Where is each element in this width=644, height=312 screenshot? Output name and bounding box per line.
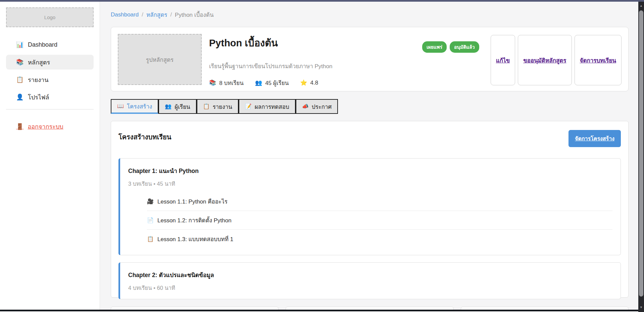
breadcrumb-courses[interactable]: หลักสูตร bbox=[146, 10, 167, 19]
chapter-title: Chapter 1: แนะนำ Python bbox=[128, 166, 612, 176]
tab-label: ผลการทดสอบ bbox=[255, 102, 289, 111]
status-badge-published: เผยแพร่ bbox=[422, 41, 447, 53]
clipboard-icon: 📋 bbox=[147, 236, 154, 242]
logout-label: ออกจากระบบ bbox=[28, 122, 63, 131]
movie-camera-icon: 🎥 bbox=[147, 199, 154, 204]
request-approval-button[interactable]: ขออนุมัติหลักสูตร bbox=[518, 35, 572, 85]
tab-reports[interactable]: 📋 รายงาน bbox=[197, 99, 239, 114]
tab-label: โครงสร้าง bbox=[127, 102, 152, 111]
status-badge-approved: อนุมัติแล้ว bbox=[450, 41, 479, 53]
sidebar-item-label: รายงาน bbox=[28, 75, 49, 85]
status-badges: เผยแพร่ อนุมัติแล้ว bbox=[422, 41, 479, 84]
person-icon: 👤 bbox=[16, 94, 23, 100]
stat-lessons: 📚 8 บทเรียน bbox=[209, 78, 244, 87]
chapter-meta: 4 บทเรียน • 60 นาที bbox=[128, 283, 612, 292]
structure-panel-header: โครงสร้างบทเรียน จัดการโครงสร้าง bbox=[118, 130, 621, 147]
sidebar-nav: 📊 Dashboard 📚 หลักสูตร 📋 รายงาน 👤 โปรไฟล… bbox=[0, 37, 100, 104]
people-icon: 👥 bbox=[255, 80, 262, 86]
sidebar-item-dashboard[interactable]: 📊 Dashboard bbox=[6, 37, 94, 52]
sidebar-item-reports[interactable]: 📋 รายงาน bbox=[6, 72, 94, 87]
bar-chart-icon: 📊 bbox=[16, 42, 23, 48]
tab-structure[interactable]: 📖 โครงสร้าง bbox=[111, 99, 158, 114]
tab-label: รายงาน bbox=[213, 102, 232, 111]
lesson-title: Lesson 1.3: แบบทดสอบบทที่ 1 bbox=[157, 234, 233, 243]
stat-students: 👥 45 ผู้เรียน bbox=[255, 78, 289, 87]
breadcrumb-separator: / bbox=[142, 11, 143, 18]
tab-students[interactable]: 👥 ผู้เรียน bbox=[158, 99, 196, 114]
stat-rating-label: 4.8 bbox=[310, 80, 318, 86]
sidebar-item-label: หลักสูตร bbox=[28, 57, 50, 67]
sidebar-item-courses[interactable]: 📚 หลักสูตร bbox=[6, 55, 94, 70]
course-info: Python เบื้องต้น เรียนรู้พื้นฐานการเขียน… bbox=[209, 34, 415, 84]
course-title: Python เบื้องต้น bbox=[209, 35, 415, 51]
chapter-title: Chapter 2: ตัวแปรและชนิดข้อมูล bbox=[128, 270, 612, 280]
chapter-card-2: Chapter 2: ตัวแปรและชนิดข้อมูล 4 บทเรียน… bbox=[118, 262, 621, 299]
books-icon: 📚 bbox=[16, 59, 23, 65]
course-image-placeholder: รูปหลักสูตร bbox=[118, 34, 202, 85]
breadcrumb-dashboard[interactable]: Dashboard bbox=[111, 11, 139, 18]
tab-test-results[interactable]: 📝 ผลการทดสอบ bbox=[239, 99, 296, 114]
sidebar-divider bbox=[6, 109, 94, 109]
lesson-list: 🎥 Lesson 1.1: Python คืออะไร 📄 Lesson 1.… bbox=[147, 192, 612, 248]
tab-bar: 📖 โครงสร้าง 👥 ผู้เรียน 📋 รายงาน 📝 ผลการท… bbox=[111, 99, 629, 114]
sidebar-item-label: โปรไฟล์ bbox=[28, 92, 49, 102]
manage-structure-button[interactable]: จัดการโครงสร้าง bbox=[568, 130, 621, 147]
breadcrumb-current: Python เบื้องต้น bbox=[175, 10, 213, 19]
breadcrumb: Dashboard / หลักสูตร / Python เบื้องต้น bbox=[111, 10, 629, 19]
logout-link[interactable]: 🚪 ออกจากระบบ bbox=[16, 122, 63, 131]
stat-students-label: 45 ผู้เรียน bbox=[265, 78, 289, 87]
megaphone-icon: 📣 bbox=[302, 104, 309, 109]
lesson-title: Lesson 1.1: Python คืออะไร bbox=[157, 197, 228, 206]
structure-heading: โครงสร้างบทเรียน bbox=[118, 132, 171, 142]
scroll-up-arrow[interactable]: ▲ bbox=[638, 3, 644, 8]
tab-label: ประกาศ bbox=[312, 102, 332, 111]
edit-course-button[interactable]: แก้ไข bbox=[491, 35, 515, 85]
tab-label: ผู้เรียน bbox=[175, 102, 190, 111]
manage-lessons-link[interactable]: จัดการบทเรียน bbox=[580, 56, 616, 65]
memo-icon: 📝 bbox=[245, 104, 252, 109]
scrollbar[interactable]: ▲ ▼ bbox=[638, 2, 644, 312]
logo-placeholder: Logo bbox=[6, 7, 94, 27]
clipboard-icon: 📋 bbox=[16, 77, 23, 83]
chapter-meta: 3 บทเรียน • 45 นาที bbox=[128, 179, 612, 188]
window-top-edge bbox=[0, 0, 644, 2]
stat-lessons-label: 8 บทเรียน bbox=[219, 78, 244, 87]
scroll-thumb[interactable] bbox=[639, 10, 643, 297]
tab-announcements[interactable]: 📣 ประกาศ bbox=[296, 99, 338, 114]
chapter-card-1: Chapter 1: แนะนำ Python 3 บทเรียน • 45 น… bbox=[118, 158, 621, 255]
edit-course-link[interactable]: แก้ไข bbox=[496, 56, 510, 65]
sidebar-item-label: Dashboard bbox=[28, 41, 57, 48]
star-icon: ⭐ bbox=[300, 80, 307, 86]
request-approval-link[interactable]: ขออนุมัติหลักสูตร bbox=[523, 56, 566, 65]
course-header-card: รูปหลักสูตร Python เบื้องต้น เรียนรู้พื้… bbox=[111, 27, 629, 91]
door-icon: 🚪 bbox=[16, 124, 23, 130]
manage-lessons-button[interactable]: จัดการบทเรียน bbox=[575, 35, 622, 85]
course-description: เรียนรู้พื้นฐานการเขียนโปรแกรมด้วยภาษา P… bbox=[209, 61, 415, 71]
main-content: Dashboard / หลักสูตร / Python เบื้องต้น … bbox=[100, 2, 638, 312]
course-stats: 📚 8 บทเรียน 👥 45 ผู้เรียน ⭐ 4.8 bbox=[209, 78, 415, 87]
stat-rating: ⭐ 4.8 bbox=[300, 80, 318, 86]
clipboard-icon: 📋 bbox=[203, 104, 210, 109]
breadcrumb-separator: / bbox=[170, 11, 172, 18]
lesson-row[interactable]: 🎥 Lesson 1.1: Python คืออะไร bbox=[147, 192, 612, 211]
scroll-down-arrow[interactable]: ▼ bbox=[638, 305, 644, 310]
page-icon: 📄 bbox=[147, 218, 154, 223]
lesson-title: Lesson 1.2: การติดตั้ง Python bbox=[157, 216, 232, 225]
sidebar: Logo 📊 Dashboard 📚 หลักสูตร 📋 รายงาน 👤 โ… bbox=[0, 2, 100, 312]
books-icon: 📚 bbox=[209, 80, 216, 86]
people-icon: 👥 bbox=[165, 104, 171, 109]
lesson-row[interactable]: 📋 Lesson 1.3: แบบทดสอบบทที่ 1 bbox=[147, 229, 612, 248]
structure-panel: โครงสร้างบทเรียน จัดการโครงสร้าง Chapter… bbox=[111, 121, 629, 298]
course-actions: แก้ไข ขออนุมัติหลักสูตร จัดการบทเรียน bbox=[491, 35, 622, 84]
sidebar-item-profile[interactable]: 👤 โปรไฟล์ bbox=[6, 90, 94, 104]
open-book-icon: 📖 bbox=[117, 103, 124, 109]
lesson-row[interactable]: 📄 Lesson 1.2: การติดตั้ง Python bbox=[147, 211, 612, 229]
